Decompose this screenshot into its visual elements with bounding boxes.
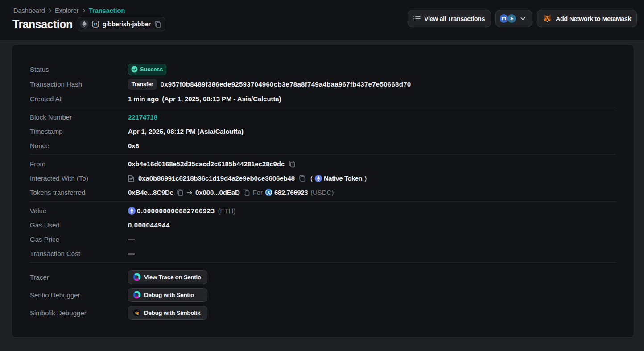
svg-text:sk: sk bbox=[135, 311, 139, 315]
svg-text:ID: ID bbox=[94, 22, 98, 26]
svg-text:$: $ bbox=[268, 190, 270, 195]
